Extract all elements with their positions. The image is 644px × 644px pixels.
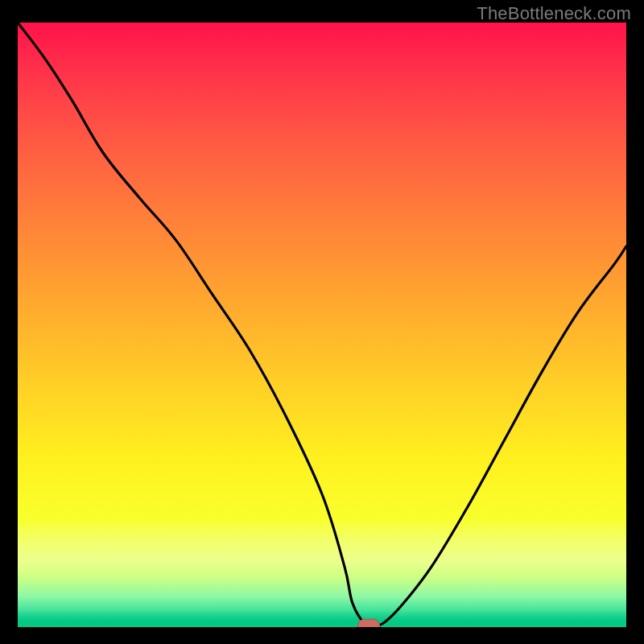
- watermark-text: TheBottleneck.com: [477, 3, 631, 24]
- plot-area: [18, 23, 626, 627]
- chart-frame: TheBottleneck.com: [0, 0, 644, 644]
- bottleneck-curve: [18, 23, 626, 627]
- optimum-marker: [357, 619, 380, 627]
- curve-path: [18, 23, 626, 625]
